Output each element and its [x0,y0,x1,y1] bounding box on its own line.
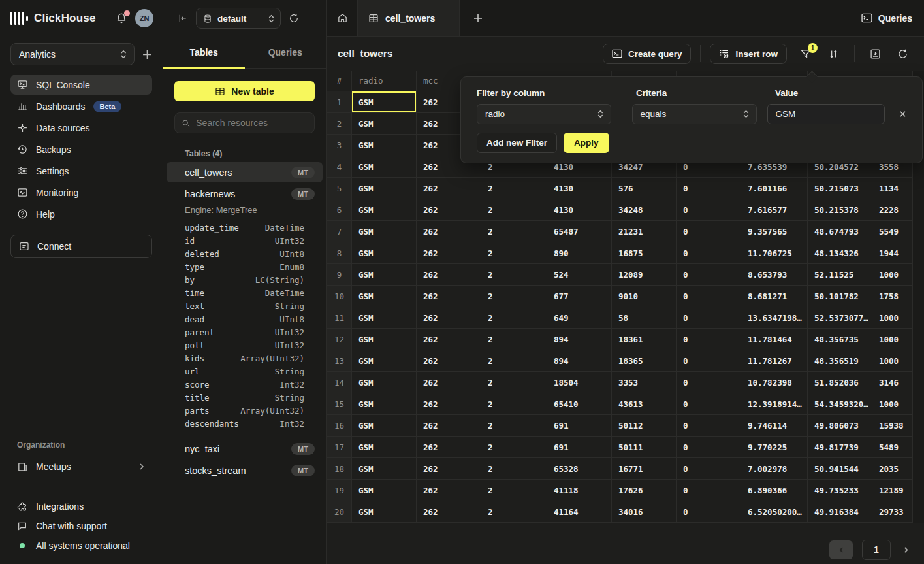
notifications-bell-icon[interactable] [116,12,127,24]
table-cell[interactable]: 5489 [872,437,913,458]
home-tab[interactable] [327,0,358,36]
table-cell[interactable]: 9.770225 [741,437,808,458]
integrations-link[interactable]: Integrations [17,501,146,512]
prev-page-button[interactable] [829,540,853,559]
table-cell[interactable]: GSM [352,264,417,286]
refresh-button[interactable] [897,48,908,59]
sidebar-item-dashboards[interactable]: Dashboards Beta [10,96,152,116]
table-cell[interactable]: 9010 [612,286,677,307]
table-cell[interactable]: 2 [481,286,547,307]
sidebar-item-sql-console[interactable]: SQL Console [10,75,152,95]
table-cell[interactable]: 16771 [612,458,677,480]
table-cell[interactable]: GSM [352,91,417,113]
table-cell[interactable]: 262 [417,264,481,286]
table-cell[interactable]: 2 [481,480,547,501]
table-cell[interactable]: 0 [677,372,741,393]
table-cell[interactable]: 0 [677,242,741,264]
table-cell[interactable]: 262 [417,286,481,307]
sidebar-item-help[interactable]: Help [10,204,152,224]
table-cell[interactable]: 43613 [612,393,677,415]
connect-button[interactable]: Connect [10,235,152,258]
search-resources-box[interactable] [174,112,315,133]
table-cell[interactable]: 0 [677,458,741,480]
add-new-filter-button[interactable]: Add new Filter [477,133,557,153]
table-cell[interactable]: 1000 [872,329,913,350]
table-cell[interactable]: 262 [417,480,481,501]
table-cell[interactable]: 2 [481,242,547,264]
create-query-button[interactable]: Create query [603,44,692,64]
table-cell[interactable]: 2 [481,178,547,199]
table-cell[interactable]: 2 [481,458,547,480]
table-cell[interactable]: 65328 [547,458,612,480]
system-status-link[interactable]: All systems operational [17,540,146,551]
table-cell[interactable]: 1000 [872,264,913,286]
table-cell[interactable]: GSM [352,156,417,178]
filter-value-input[interactable] [776,109,876,119]
sidebar-item-monitoring[interactable]: Monitoring [10,182,152,203]
table-cell[interactable]: 18365 [612,350,677,372]
table-cell[interactable]: 262 [417,242,481,264]
table-cell[interactable]: GSM [352,415,417,437]
table-cell[interactable]: 649 [547,307,612,329]
table-cell[interactable]: 2228 [872,199,913,221]
table-cell[interactable]: 12189 [872,480,913,501]
table-cell[interactable]: 8.681271 [741,286,808,307]
workspace-select[interactable]: Analytics [10,43,135,65]
table-cell[interactable]: GSM [352,242,417,264]
table-cell[interactable]: GSM [352,329,417,350]
table-cell[interactable]: 2 [481,199,547,221]
table-cell[interactable]: 8.653793 [741,264,808,286]
current-page-button[interactable]: 1 [862,540,891,560]
search-resources-input[interactable] [196,118,308,128]
table-cell[interactable]: 262 [417,221,481,242]
table-cell[interactable]: 49.817739 [808,437,872,458]
table-cell[interactable]: GSM [352,350,417,372]
table-cell[interactable]: 2 [481,372,547,393]
table-cell[interactable]: 262 [417,329,481,350]
table-cell[interactable]: GSM [352,221,417,242]
table-cell[interactable]: 49.916384 [808,501,872,523]
criteria-select[interactable]: equals [632,104,757,124]
new-table-button[interactable]: New table [174,81,315,101]
table-cell[interactable]: 3146 [872,372,913,393]
table-cell[interactable]: 0 [677,501,741,523]
table-cell[interactable]: 11.781267 [741,350,808,372]
table-cell[interactable]: 58 [612,307,677,329]
table-cell[interactable]: 1134 [872,178,913,199]
table-cell[interactable]: 48.356735 [808,329,872,350]
table-cell[interactable]: 2 [481,329,547,350]
table-cell[interactable]: 18361 [612,329,677,350]
table-cell[interactable]: 65410 [547,393,612,415]
table-cell[interactable]: 18504 [547,372,612,393]
table-cell[interactable]: 0 [677,393,741,415]
table-cell[interactable]: 0 [677,329,741,350]
table-cell[interactable]: 262 [417,199,481,221]
table-cell[interactable]: 677 [547,286,612,307]
new-tab-button[interactable] [460,0,496,36]
table-cell[interactable]: 13.6347198… [741,307,808,329]
table-cell[interactable]: 894 [547,350,612,372]
table-cell[interactable]: 65487 [547,221,612,242]
apply-filter-button[interactable]: Apply [564,133,609,153]
table-cell[interactable]: 262 [417,178,481,199]
table-cell[interactable]: 50.215073 [808,178,872,199]
table-cell[interactable]: 262 [417,350,481,372]
download-button[interactable] [870,48,881,59]
table-item-nyc-taxi[interactable]: nyc_taxi MT [167,439,323,459]
table-item-cell-towers[interactable]: cell_towers MT [167,162,323,182]
next-page-button[interactable] [900,544,912,556]
table-cell[interactable]: GSM [352,393,417,415]
table-cell[interactable]: 9.746114 [741,415,808,437]
table-cell[interactable]: 9.357565 [741,221,808,242]
table-cell[interactable]: 41164 [547,501,612,523]
table-cell[interactable]: 0 [677,437,741,458]
table-cell[interactable]: 0 [677,480,741,501]
table-item-hackernews[interactable]: hackernews MT [167,184,323,204]
table-cell[interactable]: GSM [352,372,417,393]
table-cell[interactable]: 262 [417,437,481,458]
table-cell[interactable]: 15938 [872,415,913,437]
table-cell[interactable]: 890 [547,242,612,264]
table-cell[interactable]: 2 [481,307,547,329]
table-cell[interactable]: 262 [417,372,481,393]
table-cell[interactable]: 17626 [612,480,677,501]
